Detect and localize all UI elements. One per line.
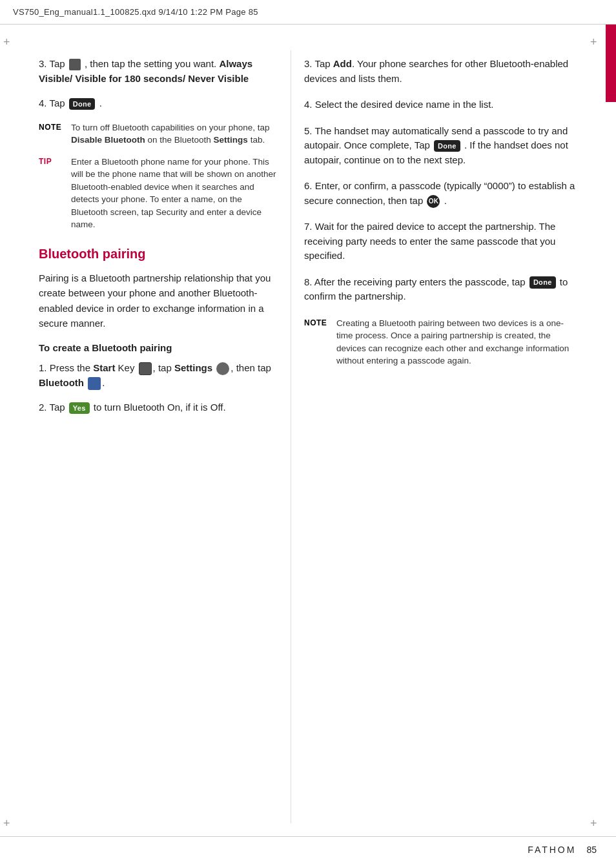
right-step-7: 7. Wait for the paired device to accept … [304, 220, 577, 263]
menu-icon [69, 59, 81, 70]
section-heading-bluetooth: Bluetooth pairing [39, 247, 278, 262]
header-filename: VS750_Eng_manual1.1_100825.qxd 9/14/10 1… [13, 7, 258, 17]
right-step-8-text: 8. After the receiving party enters the … [304, 276, 568, 302]
right-step-3: 3. Tap Add. Your phone searches for othe… [304, 57, 577, 86]
footer-bar: FATHOM 85 [0, 836, 616, 862]
right-step-6-text: 6. Enter, or confirm, a passcode (typica… [304, 180, 575, 206]
yes-badge: Yes [69, 402, 90, 415]
note-block-right: NOTE Creating a Bluetooth pairing betwee… [304, 317, 577, 367]
right-step-4-text: 4. Select the desired device name in the… [304, 99, 494, 110]
footer-page: 85 [586, 845, 597, 855]
reg-mark-bl [3, 817, 16, 830]
note-label-right: NOTE [304, 317, 331, 367]
tip-text-1: Enter a Bluetooth phone name for your ph… [71, 156, 278, 231]
right-step-7-text: 7. Wait for the paired device to accept … [304, 221, 555, 261]
settings-icon [216, 362, 229, 375]
content-area: 3. Tap , then tap the setting you want. … [19, 25, 597, 836]
subsection-title: To create a Bluetooth pairing [39, 342, 278, 353]
right-step-4: 4. Select the desired device name in the… [304, 97, 577, 112]
section-intro: Pairing is a Bluetooth partnership relat… [39, 271, 278, 331]
header-bar: VS750_Eng_manual1.1_100825.qxd 9/14/10 1… [0, 0, 616, 25]
reg-mark-tl [3, 36, 16, 48]
start-key-icon [139, 362, 152, 375]
note-label-1: NOTE [39, 121, 66, 147]
left-column: 3. Tap , then tap the setting you want. … [19, 25, 291, 836]
pairing-step-2-text: 2. Tap Yes to turn Bluetooth On, if it i… [39, 402, 226, 413]
right-step-3-text: 3. Tap Add. Your phone searches for othe… [304, 58, 568, 84]
tip-label-1: TIP [39, 156, 66, 231]
note-block-1: NOTE To turn off Bluetooth capabilities … [39, 121, 278, 147]
right-step-5: 5. The handset may automatically send a … [304, 124, 577, 168]
note-text-1: To turn off Bluetooth capabilities on yo… [71, 121, 278, 147]
red-tab [606, 25, 616, 102]
done-badge-2: Done [434, 140, 460, 152]
page: VS750_Eng_manual1.1_100825.qxd 9/14/10 1… [0, 0, 616, 862]
pairing-step-1: 1. Press the Start Key , tap Settings , … [39, 361, 278, 390]
bluetooth-icon [88, 377, 101, 390]
ok-badge: OK [427, 195, 440, 208]
right-step-8: 8. After the receiving party enters the … [304, 275, 577, 304]
note-text-right: Creating a Bluetooth pairing between two… [336, 317, 577, 367]
step-4: 4. Tap Done . [39, 96, 278, 111]
step-4-text: 4. Tap Done . [39, 97, 102, 108]
done-badge-3: Done [529, 276, 556, 289]
right-step-5-text: 5. The handset may automatically send a … [304, 125, 568, 165]
pairing-step-1-text: 1. Press the Start Key , tap Settings , … [39, 362, 271, 388]
footer-brand: FATHOM [528, 845, 576, 855]
done-badge-1: Done [69, 98, 96, 110]
right-step-6: 6. Enter, or confirm, a passcode (typica… [304, 179, 577, 208]
step-3: 3. Tap , then tap the setting you want. … [39, 57, 278, 86]
step-3-number: 3. Tap [39, 58, 68, 69]
pairing-step-2: 2. Tap Yes to turn Bluetooth On, if it i… [39, 400, 278, 415]
tip-block-1: TIP Enter a Bluetooth phone name for you… [39, 156, 278, 231]
right-column: 3. Tap Add. Your phone searches for othe… [291, 25, 597, 836]
